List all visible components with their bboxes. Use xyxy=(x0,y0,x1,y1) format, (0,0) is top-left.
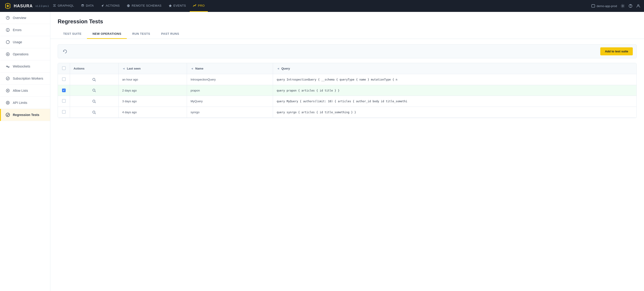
row2-last-seen: 2 days ago xyxy=(118,85,187,96)
row1-view-button[interactable] xyxy=(74,78,115,82)
row4-check-cell[interactable] xyxy=(58,107,70,118)
header-actions: Actions xyxy=(70,63,118,74)
table-body: an hour ago IntrospectionQuery query Int… xyxy=(58,74,636,118)
table-header: Actions ◄ Last seen ◄ Name ◄ xyxy=(58,63,636,74)
sidebar-item-subscription-workers[interactable]: Subscription Workers xyxy=(0,72,50,85)
row1-query: query IntrospectionQuery { __schema { qu… xyxy=(273,74,636,85)
row3-view-button[interactable] xyxy=(74,99,115,104)
svg-line-25 xyxy=(95,80,96,81)
row2-actions-cell xyxy=(70,85,118,96)
sort-name-icon: ◄ xyxy=(191,67,194,70)
svg-line-27 xyxy=(95,91,96,92)
websockets-icon xyxy=(6,64,10,69)
header-name[interactable]: ◄ Name xyxy=(187,63,273,74)
svg-point-12 xyxy=(8,31,8,31)
user-button[interactable] xyxy=(636,4,640,8)
actions-icon xyxy=(101,4,104,8)
header-last-seen[interactable]: ◄ Last seen xyxy=(118,63,187,74)
sidebar-item-usage[interactable]: Usage xyxy=(0,36,50,48)
nav-data[interactable]: DATA xyxy=(78,0,97,12)
row1-name: IntrospectionQuery xyxy=(187,74,273,85)
svg-point-1 xyxy=(7,5,9,7)
svg-point-8 xyxy=(638,4,639,6)
help-icon xyxy=(628,4,632,8)
header-row: Actions ◄ Last seen ◄ Name ◄ xyxy=(58,63,636,74)
row4-name: synrgo xyxy=(187,107,273,118)
version-text: v1.2.2-pro.1 xyxy=(36,4,49,7)
user-icon xyxy=(636,4,640,8)
tab-past-runs[interactable]: PAST RUNS xyxy=(156,29,185,39)
row3-actions-cell xyxy=(70,96,118,107)
tabs: TEST SUITE NEW OPERATIONS RUN TESTS PAST… xyxy=(58,29,637,39)
add-to-test-suite-button[interactable]: Add to test suite xyxy=(600,47,633,55)
nav-graphiql[interactable]: GRAPHIQL xyxy=(50,0,77,12)
search-icon xyxy=(92,110,96,114)
sidebar-item-overview[interactable]: Overview xyxy=(0,12,50,24)
search-icon xyxy=(92,99,96,104)
nav-right: demo-app-prod xyxy=(591,4,640,8)
events-icon xyxy=(168,4,172,8)
logo-text: HASURA xyxy=(14,4,33,8)
errors-icon xyxy=(6,28,10,32)
sidebar-item-websockets[interactable]: Websockets xyxy=(0,60,50,72)
header-query[interactable]: ◄ Query xyxy=(273,63,636,74)
svg-point-28 xyxy=(93,100,95,102)
row4-actions-cell xyxy=(70,107,118,118)
hasura-logo-icon xyxy=(4,2,12,10)
row3-last-seen: 3 days ago xyxy=(118,96,187,107)
nav-pro[interactable]: PRO xyxy=(190,0,208,12)
svg-line-31 xyxy=(95,113,96,114)
tab-test-suite[interactable]: TEST SUITE xyxy=(58,29,87,39)
sidebar-item-api-limits[interactable]: API Limits xyxy=(0,97,50,109)
svg-rect-4 xyxy=(592,4,595,7)
top-navigation: HASURA v1.2.2-pro.1 GRAPHIQL DATA ACTION… xyxy=(0,0,644,12)
sidebar-item-operations[interactable]: Operations xyxy=(0,48,50,60)
row4-view-button[interactable] xyxy=(74,110,115,114)
tab-run-tests[interactable]: RUN TESTS xyxy=(127,29,156,39)
project-icon xyxy=(591,4,595,8)
row4-last-seen: 4 days ago xyxy=(118,107,187,118)
project-selector[interactable]: demo-app-prod xyxy=(591,4,617,8)
search-icon xyxy=(92,88,96,92)
gear-icon xyxy=(621,4,625,8)
svg-point-17 xyxy=(6,77,10,80)
row3-checkbox[interactable] xyxy=(62,99,66,103)
row1-checkbox[interactable] xyxy=(62,77,66,81)
api-limits-icon xyxy=(6,100,10,105)
regression-tests-icon xyxy=(6,112,10,117)
sidebar-item-allow-lists[interactable]: Allow Lists xyxy=(0,85,50,97)
table-row: 2 days ago prapon query prapon { article… xyxy=(58,85,636,96)
row2-check-cell[interactable] xyxy=(58,85,70,96)
svg-point-26 xyxy=(93,89,95,91)
help-button[interactable] xyxy=(628,4,632,8)
row4-checkbox[interactable] xyxy=(62,110,66,114)
header-check xyxy=(58,63,70,74)
nav-remote-schemas[interactable]: REMOTE SCHEMAS xyxy=(123,0,165,12)
svg-point-5 xyxy=(622,5,624,7)
nav-actions[interactable]: ACTIONS xyxy=(98,0,123,12)
row2-checkbox[interactable] xyxy=(62,88,66,92)
sidebar-item-errors[interactable]: Errors xyxy=(0,24,50,36)
tab-new-operations[interactable]: NEW OPERATIONS xyxy=(87,29,127,39)
graphiql-icon xyxy=(53,4,56,8)
row2-name: prapon xyxy=(187,85,273,96)
table-row: 3 days ago MyQuery query MyQuery { autho… xyxy=(58,96,636,107)
toolbar: Add to test suite xyxy=(58,44,637,58)
row2-view-button[interactable] xyxy=(74,88,115,92)
sidebar-item-regression-tests[interactable]: Regression Tests xyxy=(0,109,50,121)
row3-check-cell[interactable] xyxy=(58,96,70,107)
svg-point-30 xyxy=(93,111,95,113)
select-all-checkbox[interactable] xyxy=(62,66,66,70)
refresh-button[interactable] xyxy=(62,48,68,55)
svg-point-2 xyxy=(82,4,84,5)
svg-line-29 xyxy=(95,102,96,103)
allow-lists-icon xyxy=(6,88,10,93)
data-icon xyxy=(81,4,84,8)
row1-check-cell[interactable] xyxy=(58,74,70,85)
nav-events[interactable]: EVENTS xyxy=(165,0,189,12)
settings-button[interactable] xyxy=(621,4,625,8)
sort-query-icon: ◄ xyxy=(277,67,280,70)
table-row: 4 days ago synrgo query synrgo { article… xyxy=(58,107,636,118)
table: Actions ◄ Last seen ◄ Name ◄ xyxy=(58,63,636,118)
sort-last-seen-icon: ◄ xyxy=(122,67,125,70)
